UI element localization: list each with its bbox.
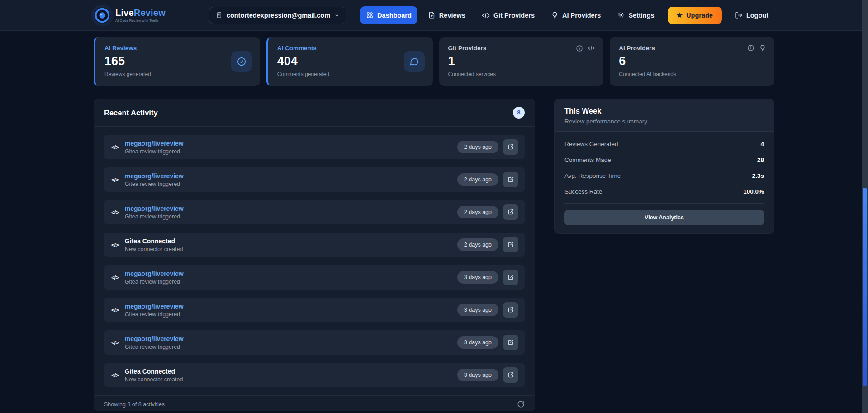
nav-dashboard[interactable]: Dashboard (360, 6, 417, 24)
week-stat-row: Comments Made 28 (564, 152, 764, 168)
view-analytics-button[interactable]: View Analytics (564, 210, 764, 225)
stat-title: Git Providers (448, 45, 595, 52)
week-stat-label: Success Rate (564, 188, 602, 195)
nav-ai-providers[interactable]: AI Providers (545, 6, 607, 24)
activity-repo-link[interactable]: megaorg/livereview (125, 335, 457, 342)
nav-git-providers-label: Git Providers (493, 12, 535, 19)
activity-row: </> megaorg/livereview Gitea review trig… (104, 330, 525, 355)
stat-card-ai-reviews: AI Reviews 165 Reviews generated (94, 37, 260, 86)
star-icon: ★ (677, 12, 683, 19)
activity-row: </> megaorg/livereview Gitea review trig… (104, 265, 525, 290)
recent-activity-header: Recent Activity 8 (94, 99, 535, 127)
external-link-icon (507, 209, 514, 216)
activity-footer-text: Showing 8 of 8 activities (104, 401, 165, 408)
brand-name-secondary: Review (134, 8, 166, 18)
activity-row: </> Gitea Connected New connector create… (104, 363, 525, 387)
external-link-button[interactable] (503, 335, 518, 350)
code-icon: </> (111, 144, 119, 151)
scrollbar-track[interactable] (862, 0, 868, 413)
week-stat-value: 2.3s (752, 172, 764, 179)
external-link-button[interactable] (503, 367, 518, 383)
nav-reviews[interactable]: Reviews (422, 6, 471, 24)
activity-repo-link[interactable]: megaorg/livereview (125, 140, 457, 147)
code-icon: </> (111, 274, 119, 281)
refresh-button[interactable] (517, 400, 525, 408)
activity-subtitle: New connector created (125, 376, 457, 383)
this-week-subtitle: Review performance summary (564, 118, 764, 125)
activity-count-badge: 8 (513, 107, 525, 119)
account-email: contortedexpression@gmail.com (227, 12, 330, 19)
account-selector[interactable]: contortedexpression@gmail.com (209, 7, 346, 24)
code-icon: </> (111, 372, 119, 379)
stat-subtitle: Connected services (448, 71, 595, 77)
logout-label: Logout (746, 12, 768, 19)
refresh-icon (517, 400, 525, 408)
time-badge: 2 days ago (457, 141, 498, 153)
activity-subtitle: Gitea review triggered (125, 279, 457, 285)
code-icon: </> (111, 339, 119, 346)
stat-subtitle: Reviews generated (104, 71, 251, 77)
upgrade-label: Upgrade (686, 12, 713, 19)
activity-subtitle: New connector created (125, 246, 457, 252)
external-link-icon (507, 274, 514, 281)
external-link-button[interactable] (503, 172, 518, 187)
external-link-icon (507, 339, 514, 346)
stat-card-icons (576, 44, 595, 52)
external-link-button[interactable] (503, 204, 518, 220)
activity-footer: Showing 8 of 8 activities (94, 395, 535, 411)
upgrade-button[interactable]: ★ Upgrade (668, 7, 722, 24)
week-stat-label: Avg. Response Time (564, 172, 621, 179)
external-link-button[interactable] (503, 139, 518, 155)
external-link-icon (507, 143, 514, 151)
week-stat-value: 4 (760, 141, 764, 147)
recent-activity-title: Recent Activity (104, 109, 158, 117)
time-badge: 2 days ago (457, 206, 498, 218)
stat-value: 1 (448, 54, 595, 68)
code-icon: </> (111, 242, 119, 248)
external-link-icon (507, 371, 514, 379)
activity-row: </> megaorg/livereview Gitea review trig… (104, 298, 525, 322)
activity-subtitle: Gitea review triggered (125, 148, 457, 155)
week-stat-label: Reviews Generated (564, 141, 618, 147)
activity-row: </> megaorg/livereview Gitea review trig… (104, 135, 525, 159)
this-week-header: This Week Review performance summary (555, 99, 774, 132)
external-link-button[interactable] (503, 270, 518, 285)
info-icon[interactable] (747, 44, 754, 52)
nav-settings[interactable]: Settings (611, 6, 660, 24)
activity-event-title: Gitea Connected (125, 237, 457, 245)
external-link-icon (507, 306, 514, 313)
time-badge: 2 days ago (457, 238, 498, 251)
activity-repo-link[interactable]: megaorg/livereview (125, 172, 457, 180)
stat-card-icons (747, 44, 766, 52)
nav-git-providers[interactable]: Git Providers (476, 6, 541, 24)
external-link-icon (507, 176, 514, 183)
this-week-title: This Week (564, 107, 764, 115)
external-link-button[interactable] (503, 302, 518, 318)
nav-settings-label: Settings (628, 12, 654, 19)
info-icon[interactable] (576, 45, 583, 52)
week-stat-row: Reviews Generated 4 (564, 136, 764, 152)
stat-title: AI Reviews (104, 45, 251, 52)
week-stat-value: 100.0% (743, 188, 764, 195)
code-icon: </> (111, 307, 119, 313)
activity-repo-link[interactable]: megaorg/livereview (125, 303, 457, 310)
scrollbar-thumb[interactable] (863, 188, 867, 386)
activity-event-title: Gitea Connected (125, 368, 457, 375)
activity-subtitle: Gitea review triggered (125, 344, 457, 350)
logout-icon (735, 11, 743, 19)
time-badge: 3 days ago (457, 336, 498, 349)
time-badge: 3 days ago (457, 271, 498, 284)
this-week-panel: This Week Review performance summary Rev… (554, 99, 774, 234)
activity-repo-link[interactable]: megaorg/livereview (125, 270, 457, 277)
chat-bubble-icon (404, 51, 425, 72)
nav-dashboard-label: Dashboard (377, 12, 412, 19)
activity-repo-link[interactable]: megaorg/livereview (125, 205, 457, 212)
document-icon (428, 11, 436, 19)
stat-card-ai-comments: AI Comments 404 Comments generated (266, 37, 433, 86)
activity-row: </> megaorg/livereview Gitea review trig… (104, 200, 525, 224)
stat-subtitle: Connected AI backends (619, 71, 765, 77)
top-navbar: LiveReview AI Code Review with Teeth con… (0, 0, 868, 31)
brand: LiveReview AI Code Review with Teeth (94, 7, 166, 24)
external-link-button[interactable] (503, 237, 518, 252)
logout-button[interactable]: Logout (729, 6, 774, 24)
